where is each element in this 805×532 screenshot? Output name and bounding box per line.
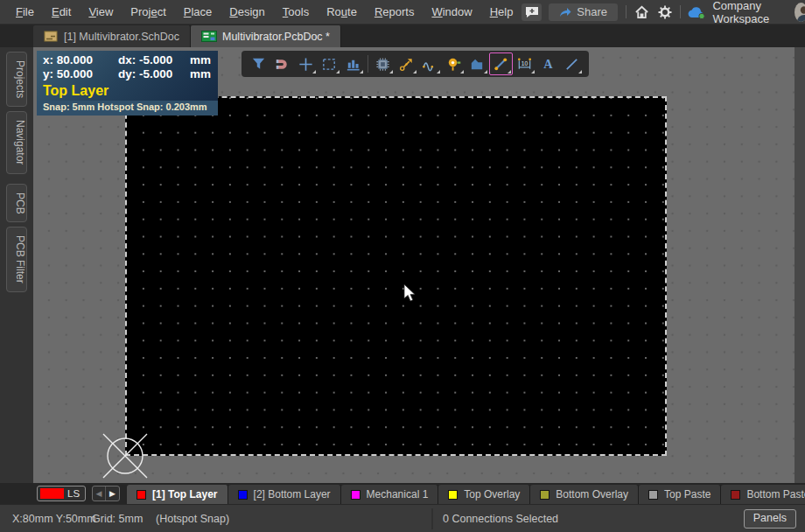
toolbar-divider — [368, 55, 368, 73]
dropdown-indicator — [578, 70, 582, 74]
status-divider — [431, 508, 433, 529]
comment-button[interactable] — [522, 4, 542, 21]
layer-tab-label: [1] Top Layer — [152, 488, 217, 500]
right-panel-edge — [794, 47, 805, 483]
status-snap-mode: (Hotspot Snap) — [156, 513, 229, 525]
share-button[interactable]: Share — [549, 4, 618, 21]
scroll-left-button[interactable]: ◀ — [93, 486, 106, 500]
settings-button[interactable] — [658, 5, 672, 19]
menu-project[interactable]: Project — [122, 1, 174, 23]
divider — [626, 5, 626, 18]
share-label: Share — [577, 5, 607, 18]
tool-place-component-button[interactable] — [371, 52, 395, 75]
menu-file[interactable]: File — [7, 1, 43, 23]
layer-color-swatch — [731, 490, 740, 500]
layer-color-swatch — [238, 490, 248, 500]
pcb-doc-icon — [201, 30, 217, 43]
home-icon — [634, 5, 649, 19]
tool-place-polygon-button[interactable] — [466, 52, 489, 75]
menu-route[interactable]: Route — [318, 1, 366, 23]
layer-tab-bar: LS ◀ ▶ [1] Top Layer [2] Bottom Layer Me… — [0, 483, 805, 504]
layer-color-swatch — [448, 490, 458, 500]
dropdown-indicator — [360, 70, 363, 74]
layer-tab-bottom-paste[interactable]: Bottom Paste — [721, 485, 805, 504]
menu-design[interactable]: Design — [220, 1, 273, 23]
tool-filter-button[interactable] — [247, 52, 270, 75]
layer-color-swatch — [540, 490, 550, 500]
sidebar-item-projects[interactable]: Projects — [6, 52, 27, 107]
heads-up-display: x: 80.000 dx: -5.000 mm y: 50.000 dy: -5… — [37, 51, 218, 116]
tool-place-string-button[interactable]: A — [536, 52, 560, 75]
tool-place-track-button[interactable] — [489, 52, 513, 75]
tool-move-button[interactable] — [294, 52, 318, 75]
layer-color-swatch — [351, 490, 360, 500]
tool-snapping-button[interactable] — [270, 52, 294, 75]
menu-window[interactable]: Window — [423, 1, 480, 23]
layer-tab-label: Top Paste — [664, 488, 710, 500]
menu-view[interactable]: View — [80, 1, 122, 23]
dropdown-indicator — [531, 70, 535, 74]
sidebar-item-pcb-filter[interactable]: PCB Filter — [6, 227, 27, 292]
menu-tools[interactable]: Tools — [274, 1, 318, 23]
tool-align-button[interactable] — [341, 52, 365, 75]
dropdown-indicator — [389, 70, 393, 74]
panel-tab-strip: Projects Navigator PCB PCB Filter — [0, 47, 33, 483]
tool-place-via-button[interactable] — [442, 52, 466, 75]
dropdown-indicator — [508, 70, 511, 74]
status-cursor-coords: X:80mm Y:50mm — [12, 513, 96, 525]
tool-place-line-button[interactable] — [560, 52, 584, 75]
tool-select-area-button[interactable] — [318, 52, 341, 75]
layer-color-swatch — [136, 490, 146, 500]
menu-bar: File Edit View Project Place Design Tool… — [0, 0, 805, 24]
layer-tab-top-paste[interactable]: Top Paste — [639, 485, 721, 504]
layer-set-selector[interactable]: LS — [37, 486, 86, 501]
share-arrow-icon — [559, 7, 571, 18]
main-area: Projects Navigator PCB PCB Filter x: 80.… — [0, 47, 805, 483]
workspace-name[interactable]: Company Workspace — [712, 0, 786, 25]
filter-icon — [250, 56, 267, 73]
menu-help[interactable]: Help — [481, 1, 522, 23]
menu-edit[interactable]: Edit — [43, 1, 80, 23]
tool-place-dimension-button[interactable]: 10 — [513, 52, 536, 75]
tab-schdoc[interactable]: [1] Multivibrator.SchDoc — [33, 25, 191, 47]
tab-pcbdoc-label: Multivibrator.PcbDoc * — [222, 31, 330, 43]
layer-tab-label: Mechanical 1 — [367, 488, 429, 500]
scroll-right-button[interactable]: ▶ — [106, 486, 119, 500]
pcb-canvas[interactable]: x: 80.000 dx: -5.000 mm y: 50.000 dy: -5… — [33, 47, 794, 483]
layer-tab-mechanical-1[interactable]: Mechanical 1 — [341, 485, 439, 504]
divider — [680, 5, 681, 18]
tool-interactive-route-button[interactable] — [395, 52, 418, 75]
dropdown-indicator — [460, 70, 464, 74]
svg-text:10: 10 — [522, 60, 528, 66]
layer-tab-label: [2] Bottom Layer — [254, 488, 331, 500]
layer-tab-label: Top Overlay — [464, 488, 520, 500]
hud-y-row: y: 50.000 dy: -5.000 mm — [43, 67, 212, 81]
avatar-photo — [794, 3, 805, 22]
layer-tab-bottom-layer[interactable]: [2] Bottom Layer — [228, 485, 341, 504]
schematic-doc-icon — [44, 30, 59, 43]
layer-tab-scroll: ◀ ▶ — [92, 486, 120, 501]
menu-place[interactable]: Place — [175, 1, 221, 23]
board-area[interactable] — [125, 96, 667, 456]
top-right-controls: Share Company Workspace — [522, 0, 805, 25]
user-avatar[interactable] — [794, 3, 805, 22]
tab-pcbdoc[interactable]: Multivibrator.PcbDoc * — [191, 25, 341, 47]
sidebar-item-navigator[interactable]: Navigator — [6, 111, 27, 173]
altium-designer-window: { "topbar": { "menu": [ {"label":"File",… — [0, 0, 805, 532]
status-bar: X:80mm Y:50mm Grid: 5mm (Hotspot Snap) 0… — [0, 504, 805, 532]
hud-y-unit: mm — [190, 67, 211, 81]
layer-tab-top-overlay[interactable]: Top Overlay — [438, 485, 530, 504]
sidebar-item-pcb[interactable]: PCB — [6, 184, 27, 223]
menu-reports[interactable]: Reports — [366, 1, 424, 23]
tool-route-differential-button[interactable] — [418, 52, 442, 75]
layer-tab-top-layer[interactable]: [1] Top Layer — [127, 485, 228, 504]
dropdown-indicator — [413, 70, 416, 74]
layer-tab-bottom-overlay[interactable]: Bottom Overlay — [530, 485, 639, 504]
home-button[interactable] — [634, 5, 649, 19]
panels-button[interactable]: Panels — [744, 509, 796, 528]
workspace-cloud-button[interactable] — [688, 5, 706, 19]
board-origin-marker — [97, 428, 153, 484]
dropdown-indicator — [437, 70, 440, 74]
svg-text:A: A — [543, 57, 553, 71]
hud-y-value: y: 50.000 — [43, 67, 118, 81]
